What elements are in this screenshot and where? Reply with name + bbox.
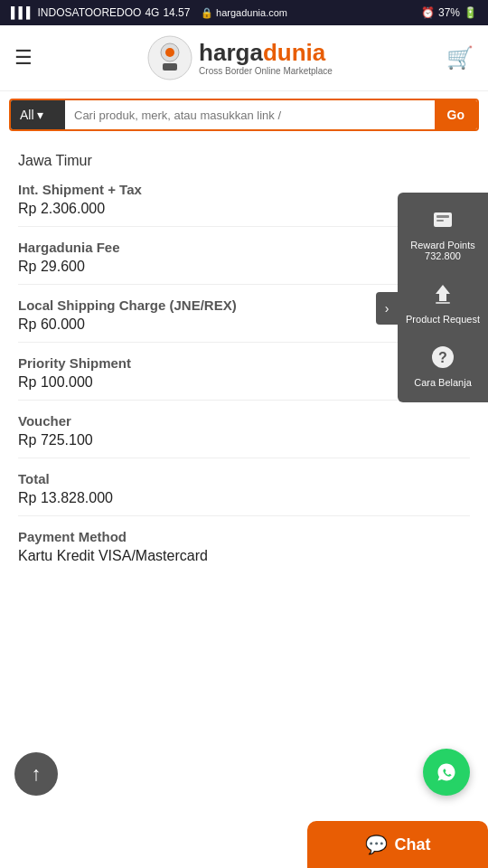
search-category-button[interactable]: All ▾ — [11, 100, 65, 129]
reward-points-button[interactable]: Reward Points 732.800 — [398, 198, 488, 270]
logo-svg — [146, 34, 193, 81]
help-icon: ? — [430, 344, 455, 374]
logo-area: hargadunia Cross Border Online Marketpla… — [146, 34, 333, 81]
reward-label: Reward Points — [410, 240, 475, 250]
svg-rect-6 — [436, 220, 444, 222]
upload-icon — [430, 281, 455, 311]
network-type: 4G — [145, 6, 159, 19]
svg-marker-7 — [436, 285, 450, 301]
logo-dunia: dunia — [263, 39, 325, 66]
lock-icon: 🔒 — [201, 7, 213, 18]
main-content: Jawa Timur Reward Points 732.800 Product — [0, 138, 488, 655]
status-bar: ▌▌▌ INDOSATOOREDOO 4G 14.57 🔒 hargadunia… — [0, 0, 488, 25]
cara-belanja-button[interactable]: ? Cara Belanja — [398, 335, 488, 397]
help-svg: ? — [430, 344, 455, 370]
divider-6 — [18, 515, 470, 516]
status-left: ▌▌▌ INDOSATOOREDOO 4G 14.57 — [11, 6, 190, 19]
chevron-down-icon: ▾ — [37, 108, 43, 122]
total-label: Total — [18, 471, 470, 486]
side-panel: Reward Points 732.800 Product Request ? … — [398, 193, 488, 402]
status-center: 🔒 hargadunia.com — [201, 7, 287, 19]
svg-rect-3 — [163, 63, 177, 71]
battery-label: 37% — [438, 6, 460, 19]
category-label: All — [20, 108, 34, 122]
svg-rect-5 — [436, 215, 449, 218]
time-label: 14.57 — [163, 6, 190, 19]
search-button[interactable]: Go — [435, 100, 477, 129]
svg-rect-8 — [436, 302, 450, 304]
voucher-label: Voucher — [18, 413, 470, 429]
search-input[interactable] — [65, 100, 435, 129]
reward-svg — [430, 207, 455, 232]
alarm-icon: ⏰ — [421, 6, 435, 19]
divider-5 — [18, 458, 470, 458]
logo-text: hargadunia — [199, 41, 333, 64]
carrier-label: INDOSATOOREDOO — [38, 6, 142, 19]
reward-icon — [430, 207, 455, 237]
svg-text:?: ? — [438, 350, 447, 365]
battery-icon: 🔋 — [464, 6, 477, 19]
svg-point-2 — [165, 48, 174, 57]
voucher-value: Rp 725.100 — [18, 432, 470, 448]
cart-button[interactable]: 🛒 — [446, 45, 474, 71]
logo-harga: harga — [199, 39, 263, 66]
menu-button[interactable]: ☰ — [14, 46, 33, 70]
status-right: ⏰ 37% 🔋 — [421, 6, 477, 19]
side-panel-expand-button[interactable]: › — [376, 292, 398, 325]
product-request-label: Product Request — [406, 314, 480, 325]
logo-tagline: Cross Border Online Marketplace — [199, 66, 333, 76]
payment-method-label: Payment Method — [18, 529, 470, 544]
total-value: Rp 13.828.000 — [18, 490, 470, 506]
cara-belanja-label: Cara Belanja — [414, 377, 472, 388]
upload-svg — [430, 281, 455, 307]
location-label: Jawa Timur — [18, 153, 470, 169]
logo-text-area: hargadunia Cross Border Online Marketpla… — [199, 41, 333, 76]
header: ☰ hargadunia Cross Border Online Marketp… — [0, 25, 488, 91]
reward-value: 732.800 — [425, 250, 461, 261]
search-bar: All ▾ Go — [9, 99, 479, 131]
signal-icon: ▌▌▌ — [11, 6, 34, 19]
product-request-button[interactable]: Product Request — [398, 272, 488, 334]
url-label: hargadunia.com — [216, 7, 287, 18]
payment-method-value: Kartu Kredit VISA/Mastercard — [18, 548, 470, 564]
